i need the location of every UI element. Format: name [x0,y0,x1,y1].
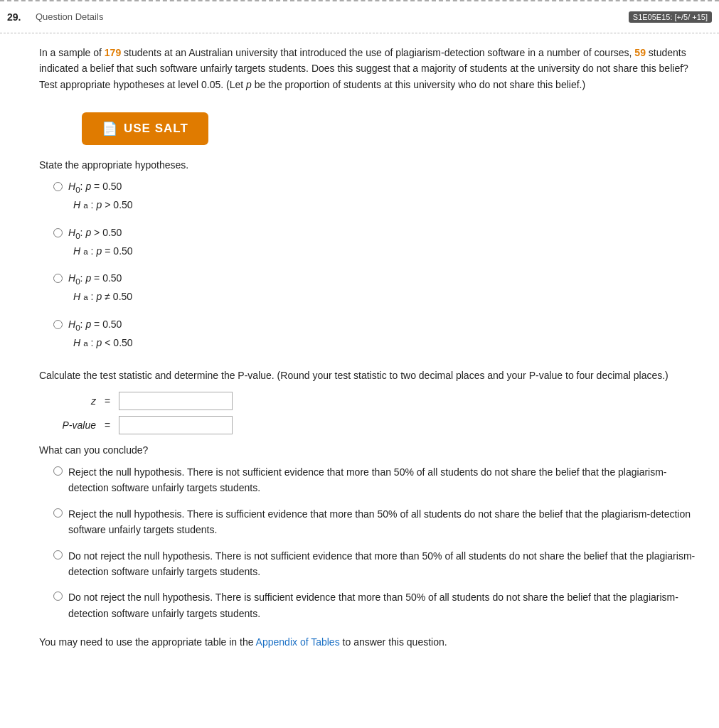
n-value: 179 [105,47,121,58]
z-input-row: z = [39,392,698,410]
appendix-post: to answer this question. [340,636,447,648]
conclude-radio-1[interactable] [53,466,63,476]
hypothesis-option-3: H0: p = 0.50 Ha: p ≠ 0.50 [53,272,698,306]
z-input[interactable] [119,392,233,410]
hypothesis-h0-4: H0: p = 0.50 [68,318,122,332]
hypothesis-option-4: H0: p = 0.50 Ha: p < 0.50 [53,318,698,352]
ha-sub-1: a [83,198,87,213]
appendix-link[interactable]: Appendix of Tables [256,636,340,648]
h0-sub-4: 0 [75,323,80,332]
conclude-text-4: Do not reject the null hypothesis. There… [68,589,698,621]
conclude-option-2[interactable]: Reject the null hypothesis. There is suf… [53,506,698,538]
header-divider [0,33,719,33]
conclude-text-3: Do not reject the null hypothesis. There… [68,548,698,580]
hypothesis-radio-input-4[interactable] [53,320,63,329]
hypotheses-radio-group: H0: p = 0.50 Ha: p > 0.50 H0: p > 0.50 H… [53,181,698,351]
hypothesis-ha-4: Ha: p < 0.50 [73,335,698,352]
hypothesis-radio-1[interactable]: H0: p = 0.50 [53,181,698,194]
hypothesis-option-2: H0: p > 0.50 Ha: p = 0.50 [53,227,698,260]
k-value: 59 [634,47,646,58]
conclude-radio-3[interactable] [53,550,63,560]
pvalue-input-row: P-value = [39,416,698,434]
conclude-option-4[interactable]: Do not reject the null hypothesis. There… [53,589,698,621]
intro-text: In a sample of [39,47,105,58]
conclude-radio-4[interactable] [53,592,63,601]
appendix-note: You may need to use the appropriate tabl… [39,634,698,650]
conclude-options: Reject the null hypothesis. There is not… [53,464,698,621]
h0-sub-3: 0 [75,277,80,286]
hypothesis-ha-1: Ha: p > 0.50 [73,197,698,214]
ha-sub-3: a [83,290,87,304]
ha-sub-4: a [83,336,87,350]
conclude-option-3[interactable]: Do not reject the null hypothesis. There… [53,548,698,580]
question-body: In a sample of 179 students at an Austra… [0,38,719,657]
hypothesis-radio-input-3[interactable] [53,274,63,283]
hypotheses-section-label: State the appropriate hypotheses. [39,159,698,171]
hypothesis-radio-2[interactable]: H0: p > 0.50 [53,227,698,240]
z-label: z [39,393,96,409]
question-container: 29. Question Details S1E05E15: [+/5/ +15… [0,1,719,657]
calc-section: Calculate the test statistic and determi… [39,368,698,434]
text1: students at an Australian university tha… [121,47,634,58]
question-details-label: Question Details [36,11,629,22]
hypothesis-h0-1: H0: p = 0.50 [68,181,122,194]
hypothesis-option-1: H0: p = 0.50 Ha: p > 0.50 [53,181,698,214]
conclude-text-1: Reject the null hypothesis. There is not… [68,464,698,496]
question-number: 29. [7,11,36,23]
conclude-label: What can you conclude? [39,444,698,456]
h0-sub-2: 0 [75,231,80,240]
use-salt-button[interactable]: 📄 USE SALT [82,112,208,145]
conclude-text-2: Reject the null hypothesis. There is suf… [68,506,698,538]
conclude-option-1[interactable]: Reject the null hypothesis. There is not… [53,464,698,496]
hypothesis-ha-3: Ha: p ≠ 0.50 [73,289,698,306]
hypothesis-ha-2: Ha: p = 0.50 [73,243,698,260]
pvalue-input[interactable] [119,416,233,434]
salt-button-container: 📄 USE SALT [39,105,698,159]
hypothesis-radio-input-1[interactable] [53,182,63,191]
salt-button-label: USE SALT [124,122,188,136]
conclude-radio-2[interactable] [53,508,63,518]
salt-icon: 📄 [102,121,118,136]
pvalue-label: P-value [39,417,96,433]
question-header: 29. Question Details S1E05E15: [+/5/ +15… [0,9,719,26]
hypothesis-radio-input-2[interactable] [53,228,63,237]
calc-instruction: Calculate the test statistic and determi… [39,368,698,383]
question-id-badge: S1E05E15: [+/5/ +15] [629,11,712,23]
h0-sub-1: 0 [75,185,80,194]
hypothesis-h0-2: H0: p > 0.50 [68,227,122,240]
appendix-pre: You may need to use the appropriate tabl… [39,636,256,648]
hypothesis-h0-3: H0: p = 0.50 [68,272,122,286]
hypothesis-radio-3[interactable]: H0: p = 0.50 [53,272,698,286]
ha-sub-2: a [83,245,87,259]
hypothesis-radio-4[interactable]: H0: p = 0.50 [53,318,698,332]
pvalue-equals: = [105,417,110,433]
question-text: In a sample of 179 students at an Austra… [39,45,698,92]
z-equals: = [105,393,110,409]
